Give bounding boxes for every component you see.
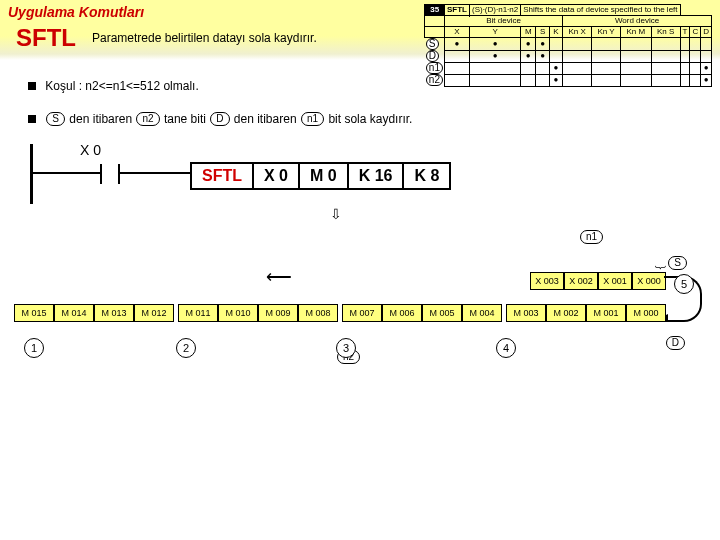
contact-symbol: [90, 162, 130, 186]
col-knm: Kn M: [620, 27, 651, 38]
opcode-mnemonic: SFTL: [444, 5, 469, 16]
inst-n1: K 16: [349, 164, 405, 188]
contact-label: X 0: [80, 142, 101, 158]
mnemonic: SFTL: [16, 24, 76, 52]
header-band: Uygulama Komutları SFTL Parametrede beli…: [0, 0, 720, 60]
c2-t1: den itibaren: [69, 112, 132, 126]
c2-t4: bit sola kaydırır.: [328, 112, 412, 126]
inst-n2: K 8: [404, 164, 449, 188]
dst-cell: M 006: [382, 304, 422, 322]
brace-top-icon: ⏟: [655, 250, 666, 271]
dst-cell: M 009: [258, 304, 298, 322]
col-kns: Kn S: [651, 27, 680, 38]
opcode-table: 35 SFTL (S)·(D)·n1·n2 Shifts the data of…: [424, 4, 712, 87]
pill-s: S: [46, 112, 65, 126]
circle-4: 4: [496, 338, 516, 358]
dst-cell: M 014: [54, 304, 94, 322]
opcode-num: 35: [425, 5, 445, 16]
circle-5: 5: [674, 274, 694, 294]
dst-cell: M 011: [178, 304, 218, 322]
d-label: D: [666, 336, 685, 350]
col-m: M: [521, 27, 536, 38]
pill-d: D: [210, 112, 229, 126]
c2-t2: tane biti: [164, 112, 206, 126]
s-label: S: [668, 256, 687, 270]
circle-1: 1: [24, 338, 44, 358]
dest-row: M 015 M 014 M 013 M 012 M 011 M 010 M 00…: [14, 304, 666, 322]
circle-2: 2: [176, 338, 196, 358]
dst-cell: M 012: [134, 304, 174, 322]
col-y: Y: [469, 27, 520, 38]
dst-cell: M 005: [422, 304, 462, 322]
dst-cell: M 007: [342, 304, 382, 322]
inst-s: X 0: [254, 164, 300, 188]
brace-top-label: n1: [580, 230, 603, 244]
col-k: K: [549, 27, 562, 38]
circle-3: 3: [336, 338, 356, 358]
condition-line-2: S den itibaren n2 tane biti D den itibar…: [28, 111, 720, 126]
c2-t3: den itibaren: [234, 112, 297, 126]
description: Parametrede belirtilen datayı sola kaydı…: [92, 31, 317, 45]
col-c: C: [690, 27, 701, 38]
dst-cell: M 010: [218, 304, 258, 322]
dst-cell: M 001: [586, 304, 626, 322]
source-row: X 003 X 002 X 001 X 000: [530, 272, 666, 290]
grp-word: Word device: [563, 16, 712, 27]
src-cell: X 000: [632, 272, 666, 290]
src-cell: X 003: [530, 272, 564, 290]
inst-op: SFTL: [192, 164, 254, 188]
dst-cell: M 002: [546, 304, 586, 322]
dst-cell: M 003: [506, 304, 546, 322]
dst-cell: M 013: [94, 304, 134, 322]
bullet-icon: [28, 82, 36, 90]
dst-cell: M 008: [298, 304, 338, 322]
col-d: D: [701, 27, 712, 38]
col-t: T: [680, 27, 690, 38]
left-arrow-icon: ⟵: [266, 266, 292, 288]
dst-cell: M 004: [462, 304, 502, 322]
rail-left: [30, 144, 39, 204]
down-arrow-icon: ⇩: [330, 206, 342, 222]
col-x: X: [444, 27, 469, 38]
dst-cell: M 000: [626, 304, 666, 322]
opcode-operands: (S)·(D)·n1·n2: [469, 5, 520, 16]
src-cell: X 001: [598, 272, 632, 290]
opcode-note: Shifts the data of device specified to t…: [521, 5, 680, 16]
inst-d: M 0: [300, 164, 349, 188]
dst-cell: M 015: [14, 304, 54, 322]
ladder-diagram: X 0 SFTL X 0 M 0 K 16 K 8 ⇩: [30, 144, 690, 204]
pill-n2: n2: [136, 112, 159, 126]
shift-diagram: n1 ⏟ S ⟵ X 003 X 002 X 001 X 000 M 015 M…: [6, 234, 714, 364]
pill-n1: n1: [301, 112, 324, 126]
bullet-icon: [28, 115, 36, 123]
col-knx: Kn X: [563, 27, 592, 38]
src-cell: X 002: [564, 272, 598, 290]
condition-1-text: Koşul : n2<=n1<=512 olmalı.: [45, 79, 198, 93]
grp-bit: Bit device: [444, 16, 562, 27]
col-s: S: [536, 27, 549, 38]
instruction-box: SFTL X 0 M 0 K 16 K 8: [190, 162, 451, 190]
col-kny: Kn Y: [592, 27, 621, 38]
